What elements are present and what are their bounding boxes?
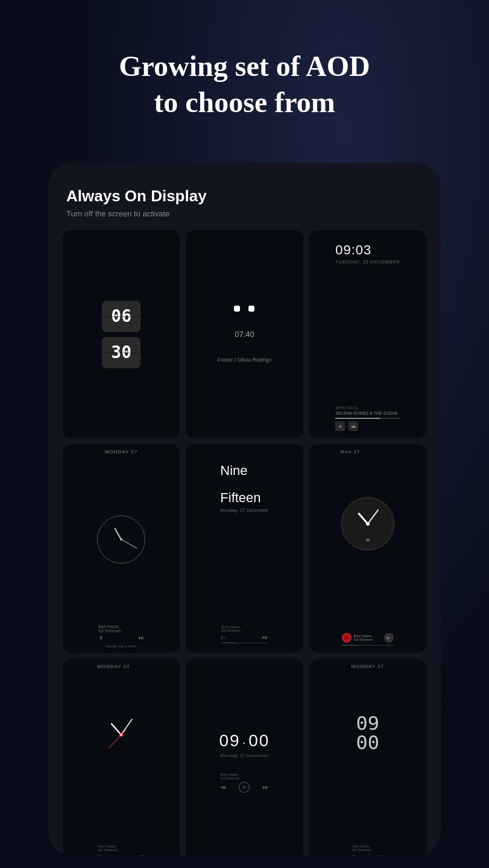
digital-controls: ⏸ ⏭ [335, 421, 400, 431]
digital-music: WHO SAYS SELENA GOMEZ & THE SCENE ⏸ ⏭ [335, 406, 400, 431]
analog-v2-clock [97, 711, 145, 759]
dot-minute: 00 [248, 731, 270, 750]
next-btn[interactable]: ⏭ [349, 421, 358, 431]
round-clock-svg [341, 497, 395, 551]
seg-hour: 09 [356, 714, 380, 733]
digital-date: TUESDAY, 25 DECEMBER [335, 259, 400, 265]
card-grid-row2: MONDAY 27 Bad Habits Ed Sheeran ⏸ ⏭ [60, 444, 429, 652]
card-analog-v2[interactable]: MONDAY 27 [63, 659, 180, 856]
analog-v2-date: MONDAY 27 [97, 664, 130, 669]
digital-time-block: 09:03 TUESDAY, 25 DECEMBER [335, 237, 400, 265]
nine-fifteen-date: Monday, 27 December [220, 508, 268, 513]
segment-display: MONDAY 27 09 00 Bad Habits Ed Sheeran ▷ … [347, 659, 390, 856]
segment-date: MONDAY 27 [352, 664, 385, 669]
round-play-btn[interactable]: ▷ [384, 633, 394, 643]
card-dots[interactable]: 07:40 Foster / Olivia Rodrigo [186, 230, 303, 438]
card-round-analog[interactable]: Mon 27 Ba [309, 444, 426, 652]
analog-v2-display: MONDAY 27 [92, 659, 150, 856]
analog-v2-controls: ▷ ⏭ [98, 854, 144, 856]
hero-title: Growing set of AODto choose from [0, 48, 489, 121]
double-tap-label: Double tap to wake [97, 644, 145, 648]
analog-pause-icon[interactable]: ⏸ [98, 635, 104, 641]
seg-play-icon[interactable]: ▷ [353, 854, 357, 856]
dot-controls: ⏮ ▷ ⏭ [221, 782, 269, 793]
phone-frame: Always On Display Turn off the screen to… [48, 163, 441, 856]
digital-progress-bar [335, 418, 400, 419]
flip-hour: 06 [102, 301, 140, 332]
svg-line-7 [109, 735, 121, 748]
nine-fifteen-artist: Ed Sheeran [221, 629, 267, 632]
nf-next-icon[interactable]: ⏭ [262, 634, 268, 640]
pause-icon: ⏸ [338, 424, 342, 429]
digital-song: SELENA GOMEZ & THE SCENE [335, 411, 400, 415]
clock-center [120, 538, 122, 541]
analog-v2-music: Bad Habits Ed Sheeran ▷ ⏭ [97, 842, 145, 856]
analog-music: Bad Habits Ed Sheeran ⏸ ⏭ [97, 622, 145, 643]
dot-play-btn[interactable]: ▷ [239, 782, 250, 793]
dot-next-icon[interactable]: ⏭ [263, 784, 268, 790]
av2-next-icon[interactable]: ⏭ [139, 854, 144, 856]
round-date: Mon 27 [341, 449, 361, 454]
next-icon: ⏭ [352, 424, 356, 429]
dot-separator: · [242, 735, 247, 749]
round-music-row: Bad Habits Ed Sheeran ▷ [342, 633, 394, 643]
dot-hour: 09 [219, 731, 241, 750]
svg-point-3 [366, 522, 370, 526]
dot-prev-icon[interactable]: ⏮ [221, 784, 226, 790]
dot-artist: Ed Sheeran [221, 776, 269, 780]
analog-thin-display: MONDAY 27 Bad Habits Ed Sheeran ⏸ ⏭ [92, 444, 150, 652]
round-clock-face [341, 497, 395, 551]
card-segment[interactable]: MONDAY 27 09 00 Bad Habits Ed Sheeran ▷ … [309, 659, 426, 856]
pause-btn[interactable]: ⏸ [335, 421, 345, 431]
round-progress-fill [342, 645, 358, 646]
dot-2 [248, 306, 254, 312]
segment-digits: 09 00 [356, 714, 380, 752]
clock-circle [97, 515, 145, 564]
dot-digital-music: Bad Habits Ed Sheeran ⏮ ▷ ⏭ [219, 770, 270, 795]
album-art [342, 633, 352, 643]
segment-music: Bad Habits Ed Sheeran ▷ ⏭ [352, 842, 385, 856]
nine-fifteen-controls: ▷ ⏭ [221, 634, 267, 640]
seg-next-icon[interactable]: ⏭ [377, 854, 383, 856]
card-dot-digital[interactable]: 09 · 00 Monday, 27 December Bad Habits E… [186, 659, 303, 856]
digital-time: 09:03 [335, 242, 400, 258]
card-grid-row3: MONDAY 27 [60, 659, 429, 856]
segment-controls: ▷ ⏭ [353, 854, 383, 856]
analog-v2-svg [97, 711, 145, 759]
card-digital[interactable]: 09:03 TUESDAY, 25 DECEMBER WHO SAYS SELE… [309, 230, 426, 438]
analog-controls: ⏸ ⏭ [98, 635, 144, 641]
seg-row-minute: 00 [356, 733, 380, 752]
card-flip-clock[interactable]: 06 30 [63, 230, 180, 438]
analog-artist: Ed Sheeran [98, 629, 144, 633]
analog-song: Bad Habits [98, 624, 144, 629]
aod-title: Always On Display [66, 187, 423, 206]
dot-date: Monday, 27 December [220, 753, 268, 758]
nf-progress-fill [221, 643, 235, 643]
round-progress [342, 645, 394, 646]
aod-subtitle: Turn off the screen to activate [66, 209, 423, 218]
seg-row-hour: 09 [356, 714, 380, 733]
av2-play-icon[interactable]: ▷ [98, 854, 103, 856]
analog-clock-wrap [97, 457, 145, 621]
dot-1 [234, 306, 240, 312]
dots-row [234, 306, 254, 312]
analog-v2-artist: Ed Sheeran [98, 848, 144, 852]
nine-fifteen-minute: Fifteen [220, 491, 268, 505]
nf-play-icon[interactable]: ▷ [221, 634, 226, 640]
card-analog-thin[interactable]: MONDAY 27 Bad Habits Ed Sheeran ⏸ ⏭ [63, 444, 180, 652]
segment-artist: Ed Sheeran [353, 848, 383, 852]
round-music: Bad Habits Ed Sheeran ▷ [341, 631, 395, 648]
dot-digital-display: 09 · 00 Monday, 27 December Bad Habits E… [213, 659, 276, 856]
round-artist: Ed Sheeran [354, 638, 382, 641]
analog-next-icon[interactable]: ⏭ [139, 635, 144, 641]
svg-line-5 [112, 724, 121, 735]
digital-progress-fill [335, 418, 380, 419]
flip-minute: 30 [102, 337, 140, 368]
nine-fifteen-hour: Nine [220, 464, 268, 478]
card-nine-fifteen[interactable]: Nine Fifteen Monday, 27 December Bad Hab… [186, 444, 303, 652]
card-grid-row1: 06 30 07:40 Foster / Olivia Rodrigo 09:0… [60, 230, 429, 438]
svg-point-10 [121, 734, 122, 736]
analog-date: MONDAY 27 [97, 449, 145, 454]
nine-fifteen-display: Nine Fifteen Monday, 27 December Bad Hab… [214, 444, 274, 652]
minute-hand [121, 539, 137, 549]
